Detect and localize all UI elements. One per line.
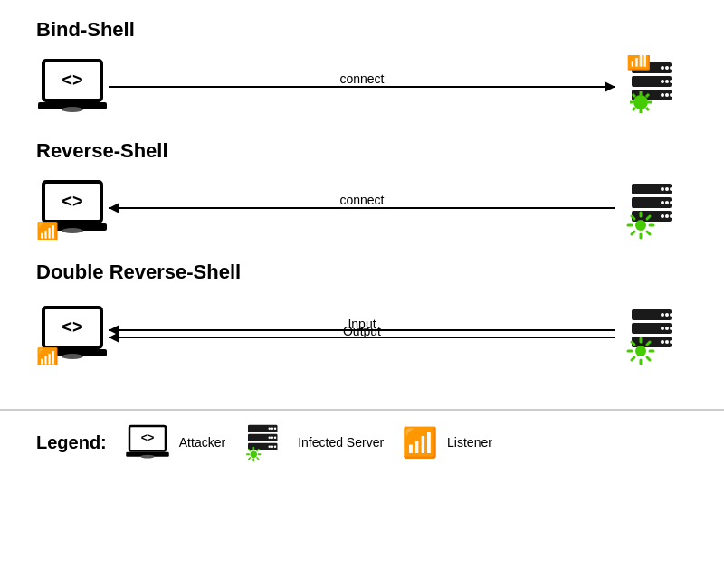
output-arrow-row: Output [109, 337, 615, 338]
svg-point-88 [274, 427, 277, 430]
svg-point-15 [670, 93, 673, 97]
svg-line-22 [633, 94, 635, 97]
reverse-shell-arrow-label: connect [339, 193, 384, 207]
svg-point-90 [269, 436, 272, 439]
double-reverse-shell-section: Double Reverse-Shell <> 📶 Input [36, 261, 688, 375]
infected-server-bindshell: 📶 [615, 55, 688, 119]
svg-line-79 [632, 357, 634, 360]
attacker-laptop-bindshell: <> [36, 55, 109, 119]
infected-server-legend-label: Infected Server [298, 435, 384, 450]
svg-point-43 [665, 214, 669, 218]
legend-item-infected-server: Infected Server [243, 422, 384, 463]
svg-line-104 [249, 458, 251, 460]
svg-line-24 [633, 108, 635, 110]
svg-point-71 [670, 340, 673, 344]
svg-text:<>: <> [62, 70, 82, 90]
svg-point-38 [661, 201, 664, 204]
svg-point-95 [272, 445, 274, 448]
reverse-shell-row: <> 📶 connect [36, 172, 688, 244]
legend-item-attacker: <> Attacker [125, 422, 225, 463]
svg-point-87 [272, 427, 274, 430]
svg-point-58 [62, 354, 83, 359]
svg-point-72 [635, 346, 646, 356]
svg-line-54 [647, 232, 650, 234]
svg-line-52 [647, 216, 650, 219]
svg-point-44 [670, 214, 673, 218]
svg-point-11 [670, 80, 673, 83]
svg-text:📶: 📶 [36, 346, 59, 365]
bind-shell-arrow [109, 86, 615, 88]
svg-point-26 [636, 98, 645, 107]
reverse-shell-title: Reverse-Shell [36, 139, 688, 163]
svg-point-7 [670, 66, 673, 70]
diagram-area: Bind-Shell <> connect [0, 0, 724, 409]
legend-label: Legend: [36, 432, 107, 453]
svg-point-9 [661, 80, 664, 83]
svg-point-39 [665, 201, 669, 204]
reverse-shell-arrow [109, 207, 615, 209]
svg-line-51 [632, 216, 634, 219]
svg-text:<>: <> [62, 317, 82, 337]
svg-point-70 [665, 340, 669, 344]
bind-shell-section: Bind-Shell <> connect [36, 18, 688, 123]
double-reverse-shell-title: Double Reverse-Shell [36, 261, 688, 284]
svg-point-94 [269, 445, 272, 448]
svg-point-92 [274, 436, 277, 439]
svg-point-40 [670, 201, 673, 204]
svg-point-6 [665, 66, 669, 70]
bind-shell-arrow-container: connect [109, 86, 615, 88]
svg-point-5 [661, 66, 664, 70]
svg-point-96 [274, 445, 277, 448]
svg-line-25 [646, 108, 649, 110]
svg-point-13 [661, 93, 664, 97]
svg-point-67 [670, 327, 673, 330]
infected-server-doublereverse [615, 302, 688, 365]
attacker-legend-label: Attacker [179, 435, 225, 450]
attacker-laptop-reverseshell: <> 📶 [36, 176, 109, 240]
svg-text:<>: <> [140, 432, 154, 444]
svg-point-3 [62, 107, 83, 112]
legend: Legend: <> Attacker [0, 409, 724, 474]
svg-point-69 [661, 340, 664, 344]
svg-line-80 [647, 357, 650, 360]
bind-shell-row: <> connect [36, 51, 688, 123]
svg-point-63 [670, 313, 673, 317]
bind-shell-title: Bind-Shell [36, 18, 688, 42]
svg-point-91 [272, 436, 274, 439]
infected-server-reverseshell [615, 176, 688, 240]
output-arrow [109, 337, 615, 338]
svg-point-42 [661, 214, 664, 218]
svg-point-86 [269, 427, 272, 430]
legend-item-listener: 📶 Listener [402, 425, 492, 460]
svg-point-65 [661, 327, 664, 330]
svg-text:📶: 📶 [36, 221, 59, 240]
svg-line-105 [257, 458, 259, 460]
reverse-shell-section: Reverse-Shell <> 📶 connect [36, 139, 688, 244]
listener-icon: 📶 [402, 425, 438, 460]
bind-shell-arrow-label: connect [339, 71, 384, 86]
svg-text:📶: 📶 [626, 55, 652, 71]
svg-point-84 [140, 455, 154, 459]
svg-point-14 [665, 93, 669, 97]
svg-point-62 [665, 313, 669, 317]
svg-line-23 [646, 94, 649, 97]
attacker-laptop-doublereverse: <> 📶 [36, 302, 109, 365]
listener-legend-label: Listener [447, 435, 492, 450]
svg-point-10 [665, 80, 669, 83]
reverse-shell-arrow-container: connect [109, 207, 615, 209]
svg-point-97 [251, 450, 258, 458]
svg-line-53 [632, 232, 634, 234]
svg-point-35 [665, 187, 669, 191]
double-reverse-shell-arrows: Input Output [109, 329, 615, 338]
svg-line-77 [632, 342, 634, 345]
svg-point-46 [635, 220, 646, 231]
svg-point-34 [661, 187, 664, 191]
svg-point-61 [661, 313, 664, 317]
svg-line-78 [647, 342, 650, 345]
double-reverse-shell-row: <> 📶 Input Output [36, 293, 688, 375]
svg-text:<>: <> [62, 191, 82, 211]
svg-point-66 [665, 327, 669, 330]
svg-point-36 [670, 187, 673, 191]
svg-point-31 [62, 228, 83, 233]
